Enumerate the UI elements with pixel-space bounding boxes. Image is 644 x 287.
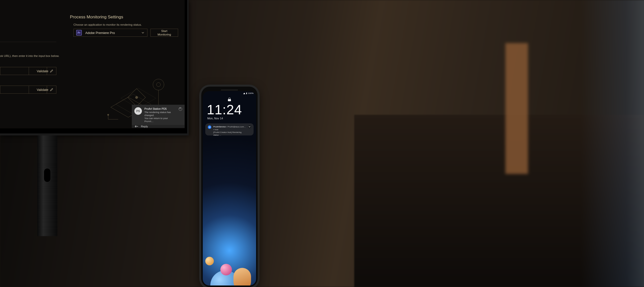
phone-lockscreen[interactable]: ▮ 100% 11:24 Mon, Nov 14 ✉ ProArtService… [203, 91, 256, 285]
notification-app-icon: ✉ [208, 125, 211, 129]
wallpaper-orb [233, 268, 251, 285]
wallpaper-orb [220, 264, 232, 275]
windows-toast-notification[interactable]: PS ProArt Station PD5 The rendering stat… [132, 105, 185, 127]
validate-button-1[interactable]: Validate [29, 67, 56, 75]
toast-title: ProArt Station PD5 [144, 107, 176, 110]
monitor-frame: Process Monitoring Settings Choose an ap… [0, 0, 189, 135]
notification-expand-icon[interactable] [248, 125, 251, 128]
notification-app-name: ProArtService [213, 126, 226, 128]
phone-status-bar: ▮ 100% [243, 92, 254, 94]
start-button-line2: Monitoring [157, 33, 171, 36]
battery-icon: ▮ [246, 92, 247, 94]
toast-settings-icon[interactable] [179, 107, 182, 111]
webhook-hint-text: ok URL), then enter it into the input bo… [0, 54, 59, 57]
monitor-stand [37, 135, 57, 236]
settings-title: Process Monitoring Settings [70, 15, 123, 20]
lockscreen-clock: 11:24 [207, 102, 242, 117]
phone-speaker [221, 89, 238, 91]
notification-sender: ProArt@asus.com… [228, 126, 246, 128]
toast-message-line1: The rendering status has changed. [144, 111, 176, 117]
signal-icon [243, 93, 245, 94]
battery-percent: 100% [248, 92, 254, 94]
background-door [505, 43, 528, 174]
validate-button-2[interactable]: Validate [29, 86, 56, 94]
start-button-line1: Start [161, 29, 167, 33]
notification-body: [ProArt Creator Hub] Rendering status … [213, 131, 246, 136]
validate-label-2: Validate [37, 88, 48, 92]
validate-label-1: Validate [37, 69, 48, 73]
chevron-down-icon [141, 31, 145, 34]
lock-icon [228, 98, 231, 101]
lockscreen-date: Mon, Nov 14 [207, 117, 223, 120]
dropdown-selected-label: Adobe Premiere Pro [85, 31, 115, 35]
settings-subtitle: Choose an application to monitor its ren… [73, 23, 142, 26]
svg-point-4 [107, 114, 109, 116]
phone-notification[interactable]: ✉ ProArtService • ProArt@asus.com… • now… [205, 123, 254, 135]
toast-reply-input[interactable]: Reply [132, 125, 185, 128]
section-divider [0, 42, 56, 42]
phone-frame: ▮ 100% 11:24 Mon, Nov 14 ✉ ProArtService… [201, 87, 258, 287]
svg-point-1 [156, 83, 160, 87]
notification-time: now [215, 128, 218, 131]
monitor-stand-hole [44, 168, 51, 182]
svg-point-3 [135, 96, 138, 99]
wallpaper-orb [205, 257, 214, 265]
reply-arrow-icon [135, 125, 138, 128]
premiere-pro-icon: Pr [76, 30, 82, 35]
toast-message-line2: You can return to your ProArt… [144, 117, 176, 123]
start-monitoring-button[interactable]: Start Monitoring [150, 29, 178, 37]
svg-point-0 [153, 79, 164, 90]
toast-avatar: PS [134, 107, 142, 115]
application-dropdown[interactable]: Pr Adobe Premiere Pro [73, 29, 147, 37]
reply-label: Reply [141, 125, 148, 128]
